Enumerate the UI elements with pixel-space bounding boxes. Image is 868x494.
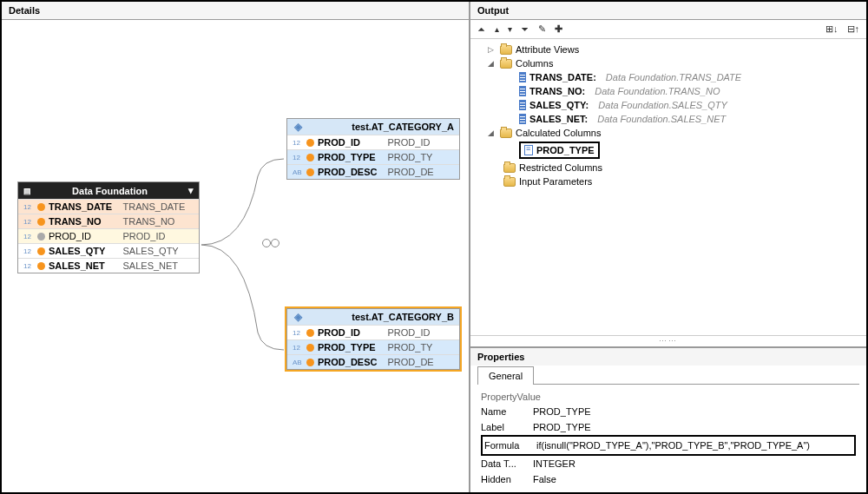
tree-columns[interactable]: ◢Columns [477, 56, 859, 70]
tree-column-item[interactable]: SALES_NET: Data Foundation.SALES_NET [477, 112, 859, 126]
tree-column-item[interactable]: TRANS_NO: Data Foundation.TRANS_NO [477, 84, 859, 98]
cube-icon: ◈ [293, 312, 303, 322]
measure-icon [37, 203, 45, 211]
collapse-icon[interactable]: ◢ [488, 59, 496, 68]
node-row[interactable]: ABPROD_DESCPROD_DE [287, 164, 459, 179]
output-title: Output [470, 2, 866, 20]
collapse-all-icon[interactable]: ⊟↑ [847, 23, 860, 35]
column-icon [519, 86, 526, 96]
prop-row-label[interactable]: LabelPROD_TYPE [481, 419, 856, 435]
join-point-icon[interactable] [262, 239, 271, 247]
prop-row-hidden[interactable]: HiddenFalse [481, 471, 856, 487]
node-row[interactable]: 12TRANS_DATETRANS_DATE [18, 199, 199, 214]
node-row[interactable]: 12SALES_QTYSALES_QTY [18, 243, 199, 258]
move-down-icon[interactable]: ▾ [508, 24, 512, 34]
node-row[interactable]: 12PROD_TYPEPROD_TY [287, 149, 459, 164]
tree-calculated-columns[interactable]: ◢Calculated Columns [477, 126, 859, 140]
properties-panel: Properties General PropertyValue NamePRO… [470, 346, 866, 492]
measure-icon [37, 247, 45, 255]
properties-header: PropertyValue [481, 390, 856, 404]
column-icon [519, 72, 526, 82]
measure-icon [37, 218, 45, 226]
tree-column-item[interactable]: TRANS_DATE: Data Foundation.TRANS_DATE [477, 70, 859, 84]
formula-highlight: Formulaif(isnull("PROD_TYPE_A"),"PROD_TY… [481, 435, 856, 456]
measure-icon [306, 139, 314, 147]
output-toolbar: ⏶ ▴ ▾ ⏷ ✎ ✚ ⊞↓ ⊟↑ [470, 20, 866, 39]
column-icon [519, 114, 526, 124]
diagram-canvas[interactable]: ▤ Data Foundation ▾ 12TRANS_DATETRANS_DA… [2, 20, 469, 492]
node-row[interactable]: 12PROD_TYPEPROD_TY [287, 339, 459, 354]
prop-row-name[interactable]: NamePROD_TYPE [481, 404, 856, 419]
right-panel: Output ⏶ ▴ ▾ ⏷ ✎ ✚ ⊞↓ ⊟↑ ▷Attribute View… [470, 2, 866, 492]
dropdown-icon[interactable]: ▾ [188, 185, 194, 196]
node-row[interactable]: 12PROD_IDPROD_ID [287, 325, 459, 339]
node-row[interactable]: 12PROD_IDPROD_ID [18, 228, 199, 243]
panel-resizer[interactable]: ⋯⋯ [470, 335, 866, 346]
details-title: Details [2, 2, 469, 20]
measure-icon [37, 262, 45, 270]
tab-general[interactable]: General [477, 366, 534, 385]
expand-all-icon[interactable]: ⊞↓ [825, 23, 838, 35]
measure-icon [306, 359, 314, 366]
category-b-header[interactable]: ◈ test.AT_CATEGORY_B [287, 309, 459, 325]
folder-icon [503, 163, 516, 173]
selected-item-highlight: PROD_TYPE [519, 142, 600, 159]
measure-icon [306, 168, 314, 176]
collapse-icon[interactable]: ◢ [488, 128, 496, 137]
data-foundation-node[interactable]: ▤ Data Foundation ▾ 12TRANS_DATETRANS_DA… [17, 181, 200, 273]
measure-icon [306, 344, 314, 352]
move-top-icon[interactable]: ⏶ [477, 24, 486, 34]
tree-attribute-views[interactable]: ▷Attribute Views [477, 43, 859, 56]
db-icon: ▤ [23, 187, 31, 195]
properties-tabs: General [477, 366, 859, 385]
expand-icon[interactable]: ▷ [488, 45, 496, 54]
measure-icon [306, 329, 314, 337]
attribute-icon [37, 233, 45, 240]
properties-table: PropertyValue NamePROD_TYPE LabelPROD_TY… [470, 385, 866, 492]
prop-row-datatype[interactable]: Data T...INTEGER [481, 456, 856, 471]
join-point-icon[interactable] [271, 239, 279, 247]
node-row[interactable]: ABPROD_DESCPROD_DE [287, 354, 459, 369]
move-up-icon[interactable]: ▴ [495, 24, 499, 34]
column-icon [519, 100, 526, 110]
edit-icon[interactable]: ✎ [538, 23, 546, 35]
tree-restricted-columns[interactable]: Restricted Columns [477, 161, 859, 175]
prop-row-formula[interactable]: Formulaif(isnull("PROD_TYPE_A"),"PROD_TY… [484, 438, 852, 453]
category-a-node[interactable]: ◈ test.AT_CATEGORY_A 12PROD_IDPROD_ID 12… [286, 118, 460, 180]
category-b-node[interactable]: ◈ test.AT_CATEGORY_B 12PROD_IDPROD_ID 12… [286, 308, 460, 370]
output-tree[interactable]: ▷Attribute Views ◢Columns TRANS_DATE: Da… [470, 39, 866, 335]
details-panel: Details ▤ Data Foundation ▾ 12TRANS_DATE… [2, 2, 470, 492]
folder-icon [500, 45, 512, 55]
cube-icon: ◈ [293, 122, 303, 132]
folder-icon [500, 128, 512, 138]
folder-icon [503, 177, 516, 187]
node-row[interactable]: 12PROD_IDPROD_ID [287, 135, 459, 149]
calc-column-icon [524, 145, 533, 155]
properties-title: Properties [470, 348, 866, 366]
category-a-header[interactable]: ◈ test.AT_CATEGORY_A [287, 119, 459, 135]
folder-icon [500, 59, 512, 69]
data-foundation-header[interactable]: ▤ Data Foundation ▾ [18, 182, 199, 199]
measure-icon [306, 154, 314, 161]
tree-column-item[interactable]: SALES_QTY: Data Foundation.SALES_QTY [477, 98, 859, 112]
tree-input-parameters[interactable]: Input Parameters [477, 175, 859, 188]
move-bottom-icon[interactable]: ⏷ [521, 24, 529, 34]
node-row[interactable]: 12SALES_NETSALES_NET [18, 258, 199, 273]
tree-calc-item-prod-type[interactable]: PROD_TYPE [477, 140, 859, 161]
node-row[interactable]: 12TRANS_NOTRANS_NO [18, 214, 199, 228]
add-icon[interactable]: ✚ [555, 23, 562, 35]
